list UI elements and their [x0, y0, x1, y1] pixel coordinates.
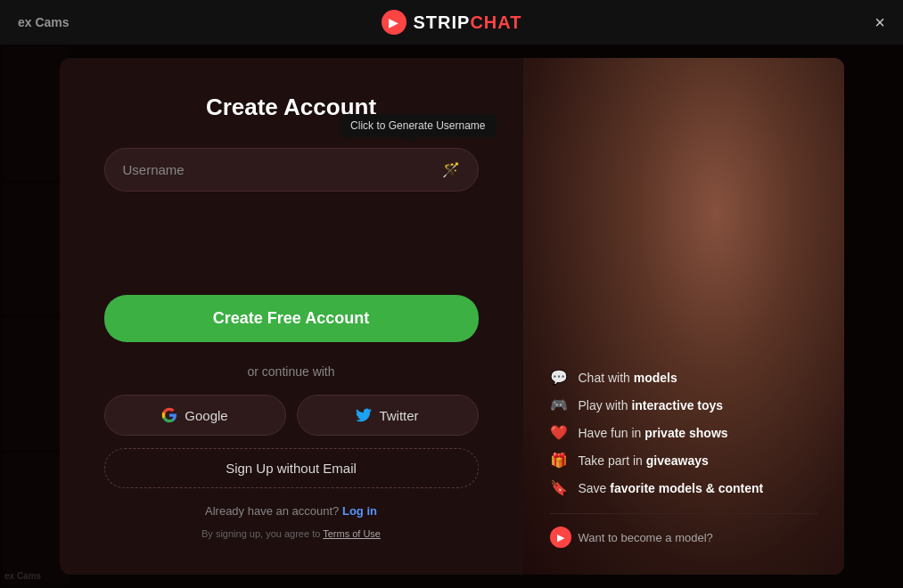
feature-text-3: Take part in giveaways	[579, 453, 709, 468]
feature-item: 🎁 Take part in giveaways	[550, 452, 817, 469]
username-field[interactable]	[123, 162, 442, 177]
feature-text-1: Play with interactive toys	[579, 398, 724, 412]
feature-item: 🔖 Save favorite models & content	[550, 479, 817, 496]
become-model-text: Want to become a model?	[579, 531, 713, 544]
tooltip: Click to Generate Username	[340, 114, 496, 137]
modal-backdrop: Create Account Click to Generate Usernam…	[0, 0, 903, 588]
logo: ▶ STRIPCHAT	[382, 10, 522, 35]
social-buttons: Google Twitter	[104, 395, 479, 436]
google-label: Google	[185, 408, 227, 423]
features-list: 💬 Chat with models 🎮 Play with interacti…	[550, 369, 817, 496]
become-model-icon: ▶	[550, 527, 571, 548]
feature-item: ❤️ Have fun in private shows	[550, 424, 817, 441]
or-text: or continue with	[247, 364, 334, 379]
feature-icon-3: 🎁	[550, 452, 568, 469]
model-silhouette	[523, 58, 844, 575]
feature-text-2: Have fun in private shows	[579, 426, 728, 440]
model-image	[523, 58, 844, 575]
feature-item: 🎮 Play with interactive toys	[550, 396, 817, 413]
feature-text-0: Chat with models	[579, 371, 677, 385]
form-panel: Create Account Click to Generate Usernam…	[60, 58, 523, 575]
site-name-left: ex Cams	[18, 15, 70, 29]
twitter-button[interactable]: Twitter	[297, 395, 479, 436]
twitter-icon	[356, 407, 372, 423]
feature-item: 💬 Chat with models	[550, 369, 817, 386]
feature-icon-1: 🎮	[550, 396, 568, 413]
feature-text-4: Save favorite models & content	[579, 481, 764, 495]
no-email-button[interactable]: Sign Up without Email	[104, 448, 479, 488]
logo-text: STRIPCHAT	[414, 12, 522, 33]
feature-icon-4: 🔖	[550, 479, 568, 496]
right-panel: 💬 Chat with models 🎮 Play with interacti…	[523, 58, 844, 575]
close-button[interactable]: ×	[874, 13, 885, 31]
login-link[interactable]: Log in	[342, 504, 377, 518]
top-bar: ex Cams ▶ STRIPCHAT ×	[0, 0, 903, 45]
wand-icon[interactable]: 🪄	[442, 161, 460, 178]
logo-icon: ▶	[382, 10, 406, 35]
feature-icon-0: 💬	[550, 369, 568, 386]
feature-icon-2: ❤️	[550, 424, 568, 441]
username-container: Click to Generate Username 🪄	[104, 148, 479, 192]
create-account-button[interactable]: Create Free Account	[104, 295, 479, 342]
terms-text: By signing up, you agree to Terms of Use	[201, 528, 381, 539]
google-icon	[161, 407, 177, 423]
google-button[interactable]: Google	[104, 395, 286, 436]
modal: Create Account Click to Generate Usernam…	[60, 58, 844, 575]
username-input-wrapper[interactable]: 🪄	[104, 148, 479, 192]
twitter-label: Twitter	[379, 408, 418, 423]
login-prompt: Already have an account? Log in	[205, 504, 377, 518]
become-model[interactable]: ▶ Want to become a model?	[550, 513, 817, 548]
terms-link[interactable]: Terms of Use	[323, 528, 381, 539]
